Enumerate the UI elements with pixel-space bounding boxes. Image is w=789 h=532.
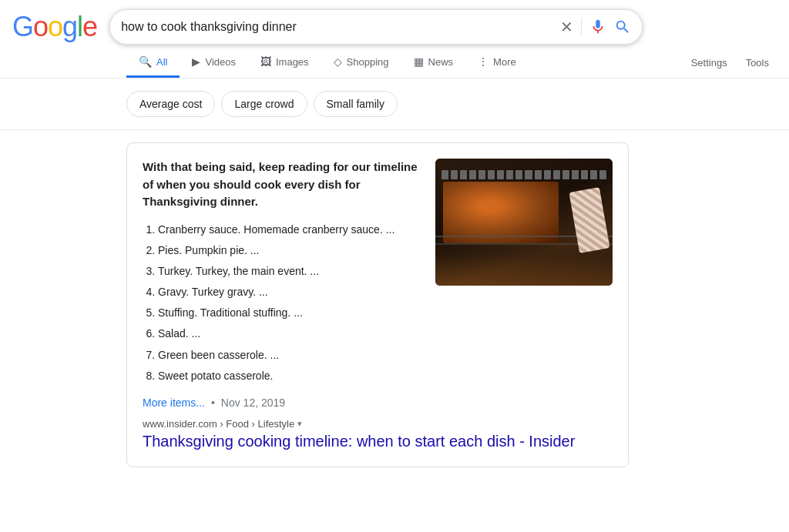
list-item: Salad. ... bbox=[158, 324, 423, 343]
chip-average-cost[interactable]: Average cost bbox=[126, 91, 215, 117]
videos-icon: ▶ bbox=[192, 55, 200, 68]
tab-all[interactable]: 🔍 All bbox=[126, 48, 180, 78]
result-content: With that being said, keep reading for o… bbox=[143, 159, 613, 387]
list-item: Stuffing. Traditional stuffing. ... bbox=[158, 303, 423, 323]
result-image bbox=[435, 159, 613, 286]
news-icon: ▦ bbox=[414, 55, 424, 68]
tab-more-label: More bbox=[493, 56, 516, 68]
tab-videos[interactable]: ▶ Videos bbox=[180, 48, 248, 78]
divider bbox=[581, 18, 582, 36]
search-input[interactable] bbox=[121, 20, 560, 34]
separator bbox=[0, 129, 789, 130]
images-icon: 🖼 bbox=[260, 55, 271, 68]
result-card: With that being said, keep reading for o… bbox=[126, 142, 629, 467]
oven-background bbox=[435, 159, 613, 286]
result-date: • bbox=[211, 396, 215, 409]
tab-news-label: News bbox=[428, 56, 454, 68]
rack-top bbox=[442, 170, 606, 179]
more-items-row: More items... • Nov 12, 2019 bbox=[143, 396, 613, 409]
tools-button[interactable]: Tools bbox=[738, 51, 777, 75]
tab-images[interactable]: 🖼 Images bbox=[248, 48, 321, 78]
source-chevron-icon: ▾ bbox=[297, 419, 302, 429]
mic-icon[interactable] bbox=[589, 18, 606, 35]
tab-videos-label: Videos bbox=[205, 56, 236, 68]
list-item: Cranberry sauce. Homemade cranberry sauc… bbox=[158, 220, 423, 239]
clear-icon[interactable]: ✕ bbox=[560, 18, 573, 36]
result-title-link[interactable]: Thanksgiving cooking timeline: when to s… bbox=[143, 433, 575, 450]
tab-images-label: Images bbox=[276, 56, 309, 68]
chip-large-crowd[interactable]: Large crowd bbox=[221, 91, 307, 117]
result-text: With that being said, keep reading for o… bbox=[143, 159, 423, 387]
tab-shopping-label: Shopping bbox=[347, 56, 389, 68]
result-list: Cranberry sauce. Homemade cranberry sauc… bbox=[143, 220, 423, 386]
chip-small-family[interactable]: Small family bbox=[314, 91, 398, 117]
search-bar-wrapper: ✕ bbox=[109, 9, 643, 45]
result-headline: With that being said, keep reading for o… bbox=[143, 159, 423, 211]
search-tab-icon: 🔍 bbox=[139, 55, 152, 68]
source-url-text: www.insider.com › Food › Lifestyle bbox=[143, 418, 294, 430]
more-icon: ⋮ bbox=[478, 55, 489, 68]
results-area: With that being said, keep reading for o… bbox=[0, 142, 693, 467]
nav-tabs: 🔍 All ▶ Videos 🖼 Images ◇ Shopping ▦ New… bbox=[0, 45, 789, 79]
header: Google ✕ bbox=[0, 0, 789, 45]
logo-text: Google bbox=[12, 13, 97, 41]
tab-all-label: All bbox=[156, 56, 167, 68]
oven-glow bbox=[435, 255, 613, 286]
settings-button[interactable]: Settings bbox=[683, 51, 735, 75]
google-logo[interactable]: Google bbox=[12, 13, 97, 41]
more-items-link[interactable]: More items... bbox=[143, 396, 205, 409]
tab-news[interactable]: ▦ News bbox=[401, 48, 466, 78]
chips-area: Average cost Large crowd Small family bbox=[0, 79, 789, 129]
list-item: Green been casserole. ... bbox=[158, 346, 423, 365]
list-item: Pies. Pumpkin pie. ... bbox=[158, 241, 423, 260]
search-bar: ✕ bbox=[109, 9, 643, 45]
list-item: Sweet potato casserole. bbox=[158, 366, 423, 386]
result-date-value: Nov 12, 2019 bbox=[221, 396, 285, 409]
list-item: Gravy. Turkey gravy. ... bbox=[158, 283, 423, 302]
shopping-icon: ◇ bbox=[334, 55, 342, 68]
chips: Average cost Large crowd Small family bbox=[126, 91, 789, 117]
search-icons: ✕ bbox=[560, 18, 631, 36]
search-submit-icon[interactable] bbox=[614, 18, 631, 35]
tab-shopping[interactable]: ◇ Shopping bbox=[321, 48, 401, 78]
source-row: www.insider.com › Food › Lifestyle ▾ Tha… bbox=[143, 418, 613, 451]
source-url: www.insider.com › Food › Lifestyle ▾ bbox=[143, 418, 613, 430]
tab-more[interactable]: ⋮ More bbox=[465, 48, 529, 78]
list-item: Turkey. Turkey, the main event. ... bbox=[158, 262, 423, 281]
food-pan bbox=[443, 182, 559, 243]
settings-tools: Settings Tools bbox=[683, 51, 789, 75]
